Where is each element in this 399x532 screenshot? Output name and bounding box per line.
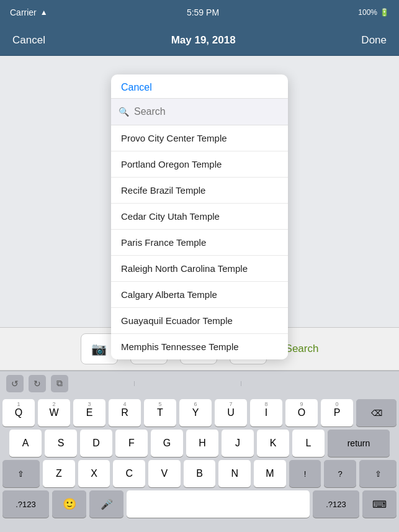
key-h[interactable]: H	[186, 430, 218, 457]
status-bar-left: Carrier ▲	[10, 7, 48, 17]
search-panel-cancel-button[interactable]: Cancel	[111, 74, 288, 99]
key-j[interactable]: J	[222, 430, 254, 457]
redo-button[interactable]: ↻	[29, 375, 46, 392]
key-m[interactable]: M	[254, 460, 286, 487]
space-key[interactable]	[127, 490, 310, 518]
toolbar-search-button[interactable]: Search	[285, 343, 319, 355]
keyboard: 1Q 2W 3E 4R 5T 6Y 7U 8I 9O 0P ⌫ A S D F …	[0, 395, 399, 523]
list-item[interactable]: Calgary Alberta Temple	[111, 282, 288, 308]
undo-button[interactable]: ↺	[6, 375, 24, 392]
numbers-key-left[interactable]: .?123	[2, 490, 49, 518]
status-bar: Carrier ▲ 5:59 PM 100% 🔋	[0, 0, 399, 25]
key-y[interactable]: 6Y	[179, 399, 212, 426]
question-key[interactable]: ?	[324, 460, 356, 487]
keyboard-dismiss-key[interactable]: ⌨	[362, 490, 397, 518]
camera-icon: 📷	[91, 341, 107, 356]
key-w[interactable]: 2W	[38, 399, 70, 426]
numbers-key-right[interactable]: .?123	[313, 490, 359, 518]
list-item[interactable]: Recife Brazil Temple	[111, 178, 288, 204]
key-k[interactable]: K	[257, 430, 289, 457]
shift-key[interactable]: ⇧	[2, 460, 40, 487]
search-icon: 🔍	[119, 107, 129, 117]
paste-button[interactable]: ⧉	[51, 375, 68, 392]
status-bar-right: 100% 🔋	[358, 8, 389, 17]
key-a[interactable]: A	[9, 430, 42, 457]
key-z[interactable]: Z	[43, 460, 75, 487]
list-item[interactable]: Cedar City Utah Temple	[111, 204, 288, 230]
key-c[interactable]: C	[113, 460, 145, 487]
nav-title: May 19, 2018	[171, 34, 236, 47]
key-d[interactable]: D	[80, 430, 112, 457]
keyboard-row-2: A S D F G H J K L return	[2, 430, 397, 457]
key-v[interactable]: V	[148, 460, 181, 487]
search-panel: Cancel 🔍 Provo City Center Temple Portla…	[111, 74, 288, 359]
nav-done-button[interactable]: Done	[361, 34, 387, 47]
search-input[interactable]	[134, 104, 280, 120]
list-item[interactable]: Raleigh North Carolina Temple	[111, 256, 288, 282]
key-f[interactable]: F	[115, 430, 148, 457]
nav-bar: Cancel May 19, 2018 Done	[0, 25, 399, 56]
key-s[interactable]: S	[45, 430, 77, 457]
wifi-icon: ▲	[40, 8, 48, 17]
emoji-key[interactable]: 🙂	[52, 490, 86, 518]
list-item[interactable]: Portland Oregon Temple	[111, 151, 288, 178]
return-key[interactable]: return	[328, 430, 390, 457]
autocomplete-word-2[interactable]	[226, 381, 241, 386]
battery-percent: 100%	[358, 8, 377, 17]
list-item[interactable]: Provo City Center Temple	[111, 125, 288, 151]
battery-icon: 🔋	[380, 8, 389, 17]
list-item[interactable]: Paris France Temple	[111, 230, 288, 256]
key-u[interactable]: 7U	[215, 399, 247, 426]
delete-key[interactable]: ⌫	[356, 399, 397, 426]
main-content: Cancel 🔍 Provo City Center Temple Portla…	[0, 56, 399, 327]
autocomplete-word-3[interactable]	[333, 381, 347, 386]
mic-key[interactable]: 🎤	[89, 490, 123, 518]
exclamation-key[interactable]: !	[289, 460, 321, 487]
shift-key-right[interactable]: ⇧	[359, 460, 397, 487]
list-item[interactable]: Memphis Tennessee Temple	[111, 334, 288, 359]
autocomplete-bar: ↺ ↻ ⧉	[0, 371, 399, 395]
search-input-container: 🔍	[111, 99, 288, 125]
carrier-label: Carrier	[10, 7, 37, 17]
key-i[interactable]: 8I	[250, 399, 282, 426]
key-r[interactable]: 4R	[109, 399, 141, 426]
status-bar-time: 5:59 PM	[187, 7, 219, 17]
autocomplete-suggestions	[73, 381, 393, 386]
autocomplete-word-1[interactable]	[119, 381, 135, 386]
key-e[interactable]: 3E	[73, 399, 105, 426]
key-o[interactable]: 9O	[285, 399, 318, 426]
keyboard-row-1: 1Q 2W 3E 4R 5T 6Y 7U 8I 9O 0P ⌫	[2, 399, 397, 426]
key-q[interactable]: 1Q	[2, 399, 35, 426]
keyboard-row-4: .?123 🙂 🎤 .?123 ⌨	[2, 490, 397, 518]
key-g[interactable]: G	[151, 430, 183, 457]
key-p[interactable]: 0P	[321, 399, 353, 426]
key-b[interactable]: B	[184, 460, 216, 487]
key-n[interactable]: N	[218, 460, 251, 487]
list-item[interactable]: Guayaquil Ecuador Temple	[111, 308, 288, 334]
nav-cancel-button[interactable]: Cancel	[12, 34, 45, 47]
keyboard-row-3: ⇧ Z X C V B N M ! ? ⇧	[2, 460, 397, 487]
key-t[interactable]: 5T	[144, 399, 176, 426]
key-x[interactable]: X	[78, 460, 110, 487]
key-l[interactable]: L	[292, 430, 325, 457]
